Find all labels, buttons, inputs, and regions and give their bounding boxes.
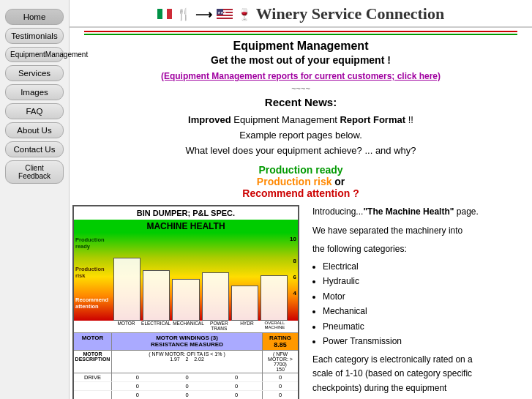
machine-health-title: MACHINE HEALTH — [74, 220, 298, 233]
tick-6: 6 — [293, 274, 296, 280]
arrow-icon: ⟶ — [195, 7, 212, 21]
status-labels: Production ready Production risk or Reco… — [84, 164, 517, 199]
bar-powertrans-fill — [202, 272, 229, 321]
table-header-rating: RATING8.85 — [263, 333, 298, 350]
status-production-ready: Production ready — [84, 164, 517, 176]
table-header-windings: MOTOR WINDINGS (3)RESISTANCE MEASURED — [112, 333, 263, 350]
news-line2: Example report pages below. — [239, 130, 362, 141]
table-row-1: DRIVE 000 0 — [74, 373, 298, 382]
status-production-risk: Production risk — [257, 176, 332, 187]
or-label: or — [334, 176, 345, 187]
cell-rate-2: 0 — [263, 382, 298, 390]
bar-hydr — [231, 233, 258, 321]
category-mechanical: Mechanical — [323, 304, 523, 318]
sidebar-item-about[interactable]: About Us — [5, 122, 64, 138]
category-motor: Motor — [323, 289, 523, 304]
us-flag-icon: ★★★ — [217, 9, 233, 19]
cell-rate-1: 0 — [263, 373, 298, 381]
machine-health-title: "The Machine Health" — [363, 206, 454, 217]
table-header-motor: MOTOR — [74, 333, 112, 350]
table-row-3: 000 0 — [74, 391, 298, 399]
wine-glass-icon: 🍷 — [237, 7, 252, 21]
bar-label-mechanical: MECHANICAL — [173, 321, 204, 331]
status-recommend-attention: Recommend attention ? — [84, 187, 517, 199]
page-subtitle: Get the most out of your equipment ! — [84, 54, 517, 66]
prod-ready-label: Productionready — [75, 237, 105, 250]
tick-4: 4 — [293, 290, 296, 297]
table-sub-windings: ( NFW MOTOR: OFI TA IS < 1% )1.97 2 2.02 — [112, 351, 263, 373]
table-sub-motor: MOTORDESCRIPTION — [74, 351, 112, 373]
prod-risk-label: Productionrisk — [75, 266, 105, 279]
bar-electrical — [143, 233, 170, 321]
eq-management-link[interactable]: (Equipment Management reports for curren… — [161, 71, 441, 81]
main-text-area: Equipment Management Get the most out of… — [70, 38, 532, 201]
cell-wind-1: 000 — [112, 373, 263, 381]
report-format-label: Report Format — [340, 114, 405, 125]
svg-rect-6 — [217, 16, 233, 18]
intro-suffix: page. — [454, 206, 478, 217]
bar-overall — [261, 233, 288, 321]
svg-text:★★★: ★★★ — [217, 10, 227, 15]
bar-mechanical — [172, 233, 199, 321]
rec-attn-label: Recommendattention — [75, 297, 108, 310]
sidebar-item-images[interactable]: Images — [5, 84, 64, 100]
bar-label-hydr: HYDR — [234, 321, 260, 331]
bar-powertrans — [202, 233, 229, 321]
main-content: 🍴 ⟶ ★★★ 🍷 Winery Service Connection Equi… — [70, 0, 532, 399]
table-row-2: 000 0 — [74, 382, 298, 391]
checkpoints-line: checkpoints) during the equipment — [312, 381, 523, 395]
sidebar-item-services[interactable]: Services — [5, 65, 64, 81]
category-pneumatic: Pneumatic — [323, 319, 523, 334]
sidebar-item-equipment[interactable]: EquipmentManagement — [5, 47, 64, 62]
category-power-transmission: Power Transmission — [323, 334, 523, 348]
sidebar-item-home[interactable]: Home — [5, 9, 64, 25]
svg-rect-0 — [157, 9, 162, 19]
intro-text: Introducing... — [312, 206, 363, 217]
cell-wind-3: 000 — [112, 391, 263, 399]
sidebar-item-faq[interactable]: FAQ — [5, 103, 64, 119]
cell-wind-2: 000 — [112, 382, 263, 390]
bar-overall-fill — [261, 275, 288, 321]
category-electrical: Electrical — [323, 259, 523, 274]
chart-panel: BIN DUMPER; P&L SPEC. MACHINE HEALTH Pro… — [72, 205, 299, 399]
improved-label: Improved — [188, 114, 231, 125]
svg-rect-2 — [167, 9, 172, 19]
table-sub-rating: ( NFW MOTOR: > 7700)150 — [263, 351, 298, 373]
site-title: Winery Service Connection — [256, 4, 444, 23]
recent-news-heading: Recent News: — [84, 96, 517, 108]
cell-rate-3: 0 — [263, 391, 298, 399]
cell-empty-3 — [74, 391, 112, 399]
sidebar: Home Testimonials EquipmentManagement Se… — [0, 0, 70, 399]
news-paragraph: Improved Equipment Management Report For… — [84, 113, 517, 158]
following-line: the following categories: — [312, 242, 523, 256]
rated-line: Each category is electronically rated on… — [312, 353, 523, 367]
cell-drive: DRIVE — [74, 373, 112, 381]
bar-label-electrical: ELECTRICAL — [141, 321, 171, 331]
categories-list: Electrical Hydraulic Motor Mechanical Pn… — [323, 259, 523, 348]
bar-motor — [113, 233, 141, 321]
sidebar-item-contact[interactable]: Contact Us — [5, 141, 64, 157]
bar-hydr-fill — [231, 286, 258, 321]
sidebar-item-feedback[interactable]: Client Feedback — [5, 160, 64, 184]
divider — [84, 31, 517, 35]
svg-rect-1 — [162, 9, 167, 19]
page-header: 🍴 ⟶ ★★★ 🍷 Winery Service Connection — [70, 0, 532, 28]
page-title: Equipment Management — [84, 40, 517, 53]
news-line3: What level does your equipment achieve? … — [185, 145, 416, 156]
bar-label-motor: MOTOR — [113, 321, 139, 331]
tilde-separator: ~~~~ — [84, 84, 517, 93]
bottom-section: BIN DUMPER; P&L SPEC. MACHINE HEALTH Pro… — [70, 205, 532, 399]
bar-label-overall: OVERALL MACHINE — [262, 321, 288, 331]
motor-table: MOTOR MOTOR WINDINGS (3)RESISTANCE MEASU… — [74, 332, 298, 399]
right-description: Introducing..."The Machine Health" page.… — [307, 205, 529, 399]
scale-line: scale of 1-10 (based on category specifi… — [312, 367, 523, 381]
bars-container — [113, 233, 288, 321]
status-production-risk-row: Production risk or — [84, 176, 517, 187]
sidebar-item-testimonials[interactable]: Testimonials — [5, 28, 64, 44]
cell-empty-2 — [74, 382, 112, 390]
fork-icon: 🍴 — [176, 7, 191, 21]
chart-title: BIN DUMPER; P&L SPEC. — [74, 206, 298, 220]
bar-labels-row: MOTOR ELECTRICAL MECHANICAL POWER TRANS … — [74, 321, 298, 331]
bar-electrical-fill — [143, 270, 170, 321]
bar-mechanical-fill — [172, 279, 199, 321]
